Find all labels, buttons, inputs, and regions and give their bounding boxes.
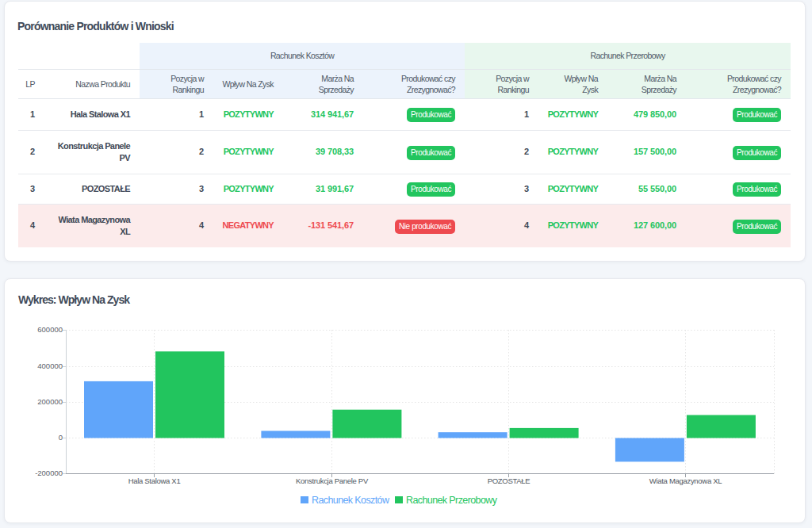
svg-text:POZOSTAŁE: POZOSTAŁE [488,476,530,485]
svg-text:Wiata Magazynowa XL: Wiata Magazynowa XL [649,476,722,485]
svg-text:-200000: -200000 [35,469,63,477]
svg-text:Hala Stalowa X1: Hala Stalowa X1 [128,476,181,485]
svg-text:0: 0 [59,433,63,442]
svg-text:200000: 200000 [37,397,63,406]
svg-text:Rachunek Kosztów: Rachunek Kosztów [312,495,390,506]
svg-text:400000: 400000 [37,362,63,370]
svg-text:Rachunek Przerobowy: Rachunek Przerobowy [406,495,498,506]
svg-text:600000: 600000 [37,325,63,334]
svg-text:Konstrukcja Panele PV: Konstrukcja Panele PV [296,476,369,485]
